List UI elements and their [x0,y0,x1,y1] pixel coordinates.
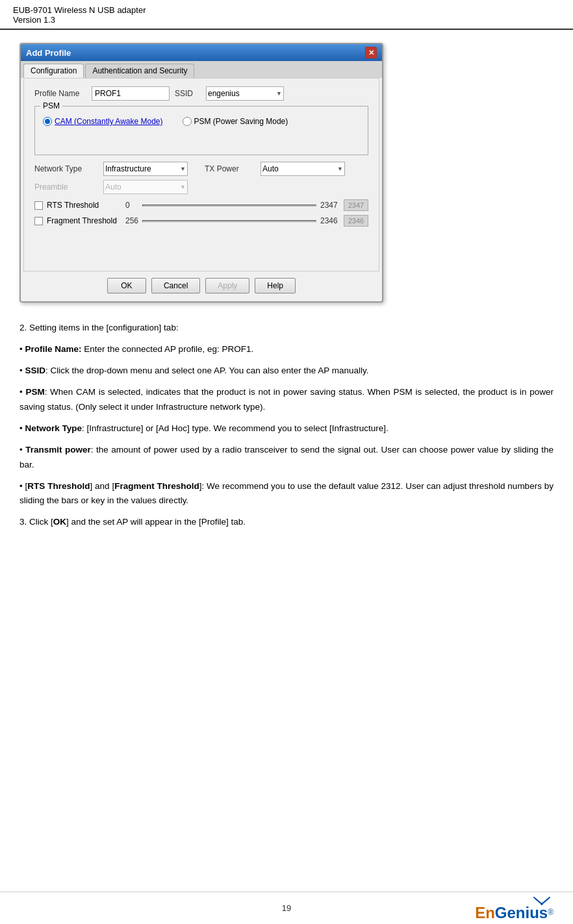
item-transmit-power: • Transmit power: the amount of power us… [19,443,554,473]
item-profile-bold: Profile Name: [25,344,81,354]
section-intro: 2. Setting items in the [configuration] … [19,321,554,336]
profile-name-row: Profile Name SSID engenius ▼ [34,86,368,101]
dialog-titlebar: Add Profile ✕ [21,44,382,61]
dialog-body: Profile Name SSID engenius ▼ PSM [23,78,379,271]
tx-power-select-wrapper: Auto ▼ [261,162,345,176]
cam-option[interactable]: CAM (Constantly Awake Mode) [43,117,163,126]
fragment-threshold-row: Fragment Threshold 256 2346 [34,215,368,227]
tx-power-label: TX Power [205,164,250,173]
preamble-row: Preamble Auto ▼ [34,180,368,194]
main-content: Add Profile ✕ Configuration Authenticati… [0,30,573,595]
item-fragment-bold: Fragment Threshold [114,481,199,491]
item-rts-bold: RTS Threshold [27,481,90,491]
add-profile-dialog: Add Profile ✕ Configuration Authenticati… [19,43,383,303]
item-profile-name: • Profile Name: Enter the connected AP p… [19,342,554,357]
logo-en: En [475,904,495,921]
body-spacer [34,231,368,263]
dialog-title: Add Profile [26,48,71,58]
rts-max: 2347 [320,201,340,210]
network-type-select-wrapper: Infrastructure Ad Hoc ▼ [103,162,188,176]
rts-value-input[interactable] [344,199,368,211]
cancel-button[interactable]: Cancel [151,278,200,293]
psm-legend: PSM [40,101,62,110]
psm-options: CAM (Constantly Awake Mode) PSM (Power S… [43,117,360,126]
item-ssid: • SSID: Click the drop-down menu and sel… [19,364,554,379]
fragment-max: 2346 [320,216,340,225]
logo-container: EnGenius® [475,895,554,922]
tab-auth-security[interactable]: Authentication and Security [85,64,194,78]
dialog-footer: OK Cancel Apply Help [23,271,379,301]
psm-label: PSM (Power Saving Mode) [194,117,288,126]
network-type-label: Network Type [34,164,93,173]
item-ssid-bold: SSID [25,366,45,375]
preamble-label: Preamble [34,182,93,192]
ssid-label: SSID [175,89,201,98]
dialog-close-button[interactable]: ✕ [365,47,377,58]
fragment-label: Fragment Threshold [47,216,121,225]
network-type-row: Network Type Infrastructure Ad Hoc ▼ TX … [34,162,368,176]
preamble-select-wrapper: Auto ▼ [103,180,188,194]
text-section: 2. Setting items in the [configuration] … [19,321,554,530]
profile-name-input[interactable] [92,86,170,101]
help-button[interactable]: Help [255,278,296,293]
psm-group: PSM CAM (Constantly Awake Mode) PSM (Pow… [34,106,368,155]
logo-genius: Genius [495,904,548,921]
header-line2: Version 1.3 [13,15,560,25]
item-network-type: • Network Type: [Infrastructure] or [Ad … [19,421,554,436]
rts-threshold-row: RTS Threshold 0 2347 [34,199,368,211]
cam-radio[interactable] [43,117,52,126]
item-psm-bold: PSM [25,387,44,397]
fragment-slider-container [142,215,316,227]
rts-slider-container [142,199,316,211]
fragment-slider-track[interactable] [142,220,316,222]
page-number: 19 [197,903,376,913]
logo-reg: ® [548,907,554,916]
rts-checkbox[interactable] [34,201,43,210]
item-network-bold: Network Type [25,423,82,433]
item-transmit-bold: Transmit power [25,445,91,455]
item-thresholds: • [RTS Threshold] and [Fragment Threshol… [19,479,554,509]
dialog-tabs: Configuration Authentication and Securit… [21,61,382,78]
ok-button[interactable]: OK [107,278,146,293]
step3: 3. Click [OK] and the set AP will appear… [19,515,554,530]
tx-power-select[interactable]: Auto [261,162,345,176]
bottom-spacer [19,536,554,575]
fragment-value-input[interactable] [344,215,368,227]
dialog-wrapper: Add Profile ✕ Configuration Authenticati… [19,43,554,303]
rts-label: RTS Threshold [47,201,121,210]
rts-min: 0 [125,201,138,210]
ssid-select-wrapper: engenius ▼ [206,86,284,101]
logo-area: EnGenius® [376,895,554,922]
network-type-select[interactable]: Infrastructure Ad Hoc [103,162,188,176]
page-footer: 19 EnGenius® [0,892,573,924]
page-header: EUB-9701 Wireless N USB adapter Version … [0,0,573,30]
profile-name-label: Profile Name [34,89,86,98]
cam-label: CAM (Constantly Awake Mode) [55,117,163,126]
fragment-min: 256 [125,216,138,225]
rts-slider-track[interactable] [142,205,316,206]
step3-ok-bold: OK [53,517,66,527]
item-psm: • PSM: When CAM is selected, indicates t… [19,385,554,415]
ssid-select[interactable]: engenius [206,86,284,101]
psm-option[interactable]: PSM (Power Saving Mode) [183,117,288,126]
preamble-select: Auto [103,180,188,194]
logo-text: EnGenius® [475,904,554,922]
apply-button[interactable]: Apply [205,278,249,293]
fragment-checkbox[interactable] [34,217,43,225]
header-line1: EUB-9701 Wireless N USB adapter [13,5,560,15]
tab-configuration[interactable]: Configuration [23,64,84,78]
psm-radio[interactable] [183,117,192,126]
